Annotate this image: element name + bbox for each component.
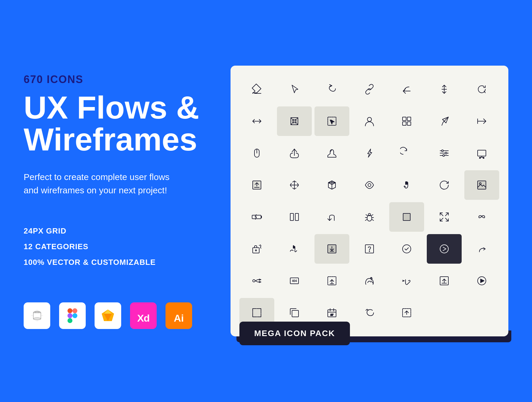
svg-point-66 bbox=[369, 251, 370, 252]
icon-count: 670 Icons bbox=[24, 73, 207, 86]
icon-expand-vertical bbox=[427, 74, 462, 104]
icon-move-arrows bbox=[277, 170, 312, 200]
svg-rect-7 bbox=[67, 313, 72, 318]
icon-upload-square bbox=[389, 298, 424, 328]
svg-rect-29 bbox=[407, 122, 411, 125]
svg-point-37 bbox=[442, 150, 443, 152]
svg-text:Ai: Ai bbox=[174, 312, 184, 323]
svg-point-43 bbox=[483, 157, 484, 158]
svg-rect-52 bbox=[290, 213, 293, 221]
svg-point-25 bbox=[367, 117, 372, 121]
svg-rect-78 bbox=[253, 309, 261, 317]
icon-image-placeholder bbox=[464, 170, 499, 200]
svg-point-9 bbox=[72, 313, 77, 318]
svg-line-57 bbox=[445, 213, 448, 216]
svg-rect-53 bbox=[295, 213, 299, 221]
icon-bug bbox=[352, 202, 387, 232]
svg-rect-8 bbox=[67, 318, 72, 323]
icon-touch bbox=[314, 138, 349, 168]
right-panel: 404 bbox=[207, 0, 508, 402]
svg-rect-4 bbox=[35, 311, 39, 313]
icon-undo-circle bbox=[352, 298, 387, 328]
svg-rect-27 bbox=[407, 117, 411, 121]
icon-mouse bbox=[239, 138, 274, 168]
icon-compress-horizontal bbox=[239, 106, 274, 136]
svg-marker-77 bbox=[481, 279, 484, 283]
icon-expand-arrows bbox=[427, 202, 462, 232]
sketch-logo bbox=[95, 302, 121, 329]
icon-screen-dots bbox=[464, 138, 499, 168]
icon-redo-small bbox=[464, 234, 499, 264]
svg-line-60 bbox=[440, 218, 443, 221]
svg-line-58 bbox=[440, 213, 443, 216]
main-container: 670 Icons UX Flows & Wireframes Perfect … bbox=[0, 0, 532, 402]
svg-rect-49 bbox=[478, 181, 486, 189]
svg-rect-28 bbox=[403, 122, 406, 125]
icon-redo-curved bbox=[389, 138, 424, 168]
icon-download-selection bbox=[314, 234, 349, 264]
icon-back-arrow bbox=[389, 74, 424, 104]
icon-finger-swipe bbox=[389, 266, 424, 296]
icon-settings-filter bbox=[427, 138, 462, 168]
mega-badge: Mega Icon Pack bbox=[239, 322, 350, 345]
icon-upload-box bbox=[239, 170, 274, 200]
feature-categories: 12 Categories bbox=[24, 242, 207, 251]
icon-swipe bbox=[277, 234, 312, 264]
icon-arrow-right-circle bbox=[427, 234, 462, 264]
icon-undo-arrow bbox=[314, 74, 349, 104]
svg-rect-40 bbox=[478, 150, 486, 156]
icon-question-box bbox=[352, 234, 387, 264]
svg-rect-79 bbox=[292, 310, 299, 317]
icon-u-turn bbox=[314, 202, 349, 232]
icon-panel-wrapper: 404 bbox=[231, 66, 508, 336]
icon-404: 404 bbox=[277, 266, 312, 296]
icon-eraser bbox=[239, 74, 274, 104]
icon-flow-path bbox=[239, 266, 274, 296]
icon-rotate-back bbox=[464, 74, 499, 104]
title-line1: UX Flows & bbox=[24, 90, 199, 125]
icon-eye-slash bbox=[352, 170, 387, 200]
icon-battery-charging bbox=[239, 202, 274, 232]
svg-text:404: 404 bbox=[292, 279, 297, 283]
icon-image-upload bbox=[352, 266, 387, 296]
ai-logo: Ai bbox=[166, 302, 192, 329]
subtitle: Perfect to create complete user flows an… bbox=[24, 170, 177, 197]
icon-cursor-select bbox=[314, 106, 349, 136]
icon-pointer bbox=[277, 74, 312, 104]
icon-upload-box-2 bbox=[427, 266, 462, 296]
icon-square-filled bbox=[389, 202, 424, 232]
svg-point-48 bbox=[368, 184, 371, 187]
svg-point-69 bbox=[253, 280, 255, 282]
figma-logo bbox=[59, 302, 86, 329]
icon-forward-arrow bbox=[464, 106, 499, 136]
icon-send bbox=[427, 106, 462, 136]
icon-upload-selection bbox=[314, 266, 349, 296]
icon-lightning bbox=[352, 138, 387, 168]
svg-rect-56 bbox=[403, 213, 410, 221]
svg-text:Xd: Xd bbox=[137, 312, 149, 323]
icon-check-circle bbox=[389, 234, 424, 264]
svg-line-59 bbox=[445, 218, 448, 221]
tool-logos: Xd Ai bbox=[24, 302, 207, 329]
svg-point-68 bbox=[440, 245, 448, 253]
svg-rect-61 bbox=[253, 248, 259, 253]
svg-point-3 bbox=[33, 318, 41, 320]
icon-user-profile bbox=[352, 106, 387, 136]
icon-dashboard bbox=[389, 106, 424, 136]
icon-play-circle bbox=[464, 266, 499, 296]
feature-grid: 24px Grid bbox=[24, 226, 207, 236]
svg-point-42 bbox=[479, 157, 481, 158]
left-panel: 670 Icons UX Flows & Wireframes Perfect … bbox=[24, 0, 207, 402]
xd-logo: Xd bbox=[130, 302, 157, 329]
svg-rect-5 bbox=[67, 308, 72, 313]
title-line2: Wireframes bbox=[24, 121, 197, 157]
icon-panel: 404 bbox=[231, 66, 508, 336]
icon-grab-hand bbox=[389, 170, 424, 200]
icon-component bbox=[277, 106, 312, 136]
svg-point-39 bbox=[443, 155, 445, 156]
svg-point-67 bbox=[403, 245, 411, 253]
svg-text:27: 27 bbox=[330, 313, 333, 316]
svg-rect-26 bbox=[403, 117, 406, 121]
icon-link bbox=[352, 74, 387, 104]
svg-point-38 bbox=[445, 152, 447, 154]
